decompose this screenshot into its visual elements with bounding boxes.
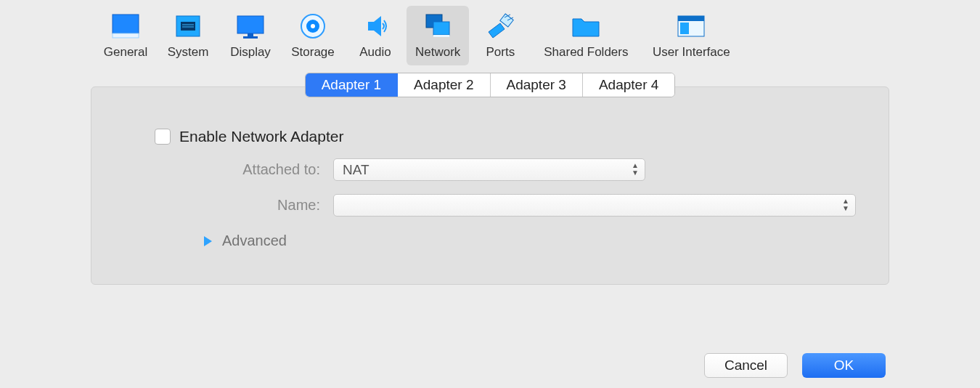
svg-rect-22 xyxy=(680,23,689,34)
toolbar-label: Display xyxy=(230,45,271,60)
svg-rect-7 xyxy=(248,33,253,36)
display-icon xyxy=(233,9,268,44)
toolbar-item-display[interactable]: Display xyxy=(219,6,282,65)
disclosure-triangle-icon xyxy=(204,236,212,246)
tab-adapter-2[interactable]: Adapter 2 xyxy=(398,73,490,97)
user-interface-icon xyxy=(674,9,709,44)
select-stepper-icon: ▲▼ xyxy=(842,198,849,212)
settings-toolbar: General System Display xyxy=(0,0,980,65)
toolbar-label: Network xyxy=(415,45,460,60)
toolbar-label: Shared Folders xyxy=(544,45,628,60)
svg-rect-21 xyxy=(678,16,704,21)
svg-marker-16 xyxy=(489,23,505,38)
toolbar-label: User Interface xyxy=(653,45,730,60)
toolbar-item-network[interactable]: Network xyxy=(407,6,469,65)
dialog-buttons: Cancel OK xyxy=(704,353,886,378)
svg-rect-14 xyxy=(433,22,449,35)
adapter-tabs: Adapter 1 Adapter 2 Adapter 3 Adapter 4 xyxy=(0,73,980,97)
select-stepper-icon: ▲▼ xyxy=(632,162,639,177)
toolbar-label: General xyxy=(104,45,147,60)
general-icon xyxy=(108,9,143,44)
audio-icon xyxy=(358,9,393,44)
svg-rect-17 xyxy=(500,14,513,27)
svg-point-11 xyxy=(311,24,315,28)
svg-rect-6 xyxy=(237,16,264,33)
svg-rect-8 xyxy=(243,36,258,39)
toolbar-label: Audio xyxy=(359,45,391,60)
advanced-disclosure[interactable]: Advanced xyxy=(204,233,863,249)
toolbar-item-audio[interactable]: Audio xyxy=(344,6,407,65)
toolbar-item-system[interactable]: System xyxy=(157,6,219,65)
adapter-panel: Enable Network Adapter Attached to: NAT … xyxy=(91,86,889,285)
toolbar-item-ports[interactable]: Ports xyxy=(469,6,531,65)
svg-rect-3 xyxy=(181,22,195,31)
toolbar-label: Storage xyxy=(291,45,335,60)
ports-icon xyxy=(483,9,518,44)
toolbar-item-storage[interactable]: Storage xyxy=(282,6,344,65)
tab-adapter-3[interactable]: Adapter 3 xyxy=(491,73,583,97)
toolbar-label: Ports xyxy=(486,45,515,60)
toolbar-item-user-interface[interactable]: User Interface xyxy=(640,6,742,65)
folder-icon xyxy=(568,9,603,44)
toolbar-label: System xyxy=(168,45,209,60)
advanced-label: Advanced xyxy=(222,233,287,249)
attached-to-value: NAT xyxy=(343,162,369,178)
enable-network-checkbox[interactable] xyxy=(155,129,171,145)
attached-to-select[interactable]: NAT ▲▼ xyxy=(333,158,645,181)
name-label: Name: xyxy=(117,197,320,214)
system-icon xyxy=(171,9,205,44)
name-select[interactable]: ▲▼ xyxy=(333,194,856,217)
enable-network-label: Enable Network Adapter xyxy=(179,128,343,145)
svg-rect-0 xyxy=(113,15,139,33)
cancel-button[interactable]: Cancel xyxy=(704,353,788,378)
tab-adapter-1[interactable]: Adapter 1 xyxy=(306,73,398,97)
toolbar-item-general[interactable]: General xyxy=(94,6,157,65)
tab-adapter-4[interactable]: Adapter 4 xyxy=(583,73,674,97)
svg-rect-1 xyxy=(113,33,139,38)
svg-rect-15 xyxy=(433,35,449,37)
attached-to-label: Attached to: xyxy=(117,161,320,178)
ok-button[interactable]: OK xyxy=(802,353,886,378)
storage-icon xyxy=(295,9,330,44)
toolbar-item-shared-folders[interactable]: Shared Folders xyxy=(531,6,640,65)
network-icon xyxy=(420,9,455,44)
svg-marker-12 xyxy=(368,16,381,36)
